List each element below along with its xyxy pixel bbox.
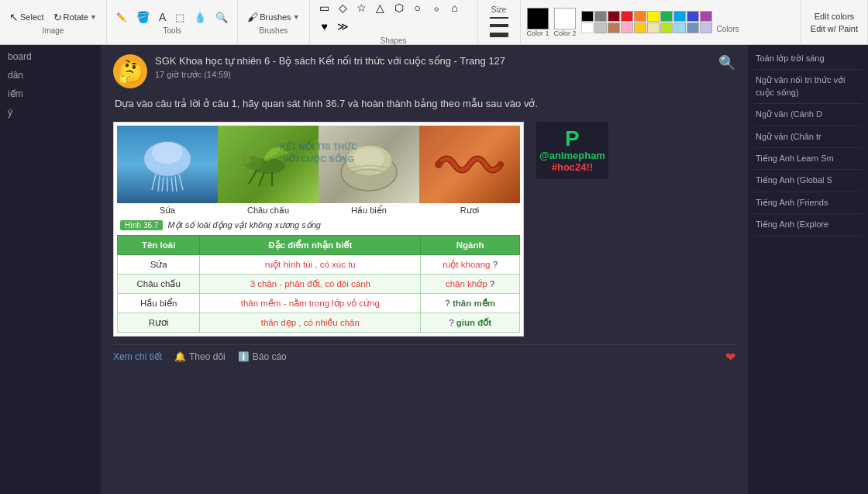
brushes-caret: ▼ — [293, 13, 300, 21]
shape-star[interactable]: ☆ — [353, 0, 370, 16]
swatch-cream[interactable] — [647, 22, 660, 33]
fill-button[interactable]: 🪣 — [133, 9, 153, 25]
swatch-lightgray[interactable] — [594, 22, 607, 33]
promo-handle: @animepham — [539, 150, 605, 161]
grasshopper-image — [218, 126, 319, 203]
swatch-black[interactable] — [581, 11, 594, 22]
sidebar-right-item-3[interactable]: Ngữ văn (Chân tr — [754, 126, 862, 148]
promo-p: P — [539, 128, 605, 150]
swatch-orange[interactable] — [634, 11, 646, 22]
sidebar-item-kiem[interactable]: iếm — [0, 85, 101, 102]
swatch-steelblue[interactable] — [687, 22, 699, 33]
color1-swatch[interactable] — [527, 8, 549, 29]
sidebar-right-item-1[interactable]: Ngữ văn nối tri thức với cuộc sống) — [754, 70, 862, 104]
edit-paint-button[interactable]: Edit w/ Paint — [808, 22, 861, 35]
post-image-area: KẾT NỐI TRI THỨC VỚI CUỘC SỐNG — [113, 122, 735, 337]
shape-heart[interactable]: ♥ — [316, 18, 333, 35]
svg-line-13 — [259, 172, 264, 186]
animal-grasshopper: Châu chấu — [218, 126, 319, 216]
worm-image — [419, 126, 520, 203]
row2-feature: 3 chân - phân đốt, có đôi cánh — [200, 274, 421, 293]
report-label: Báo cáo — [253, 351, 287, 362]
rotate-button[interactable]: ↻ Rotate ▼ — [50, 10, 100, 25]
row4-name: Rươi — [118, 313, 200, 332]
sidebar-right-item-5[interactable]: Tiếng Anh (Global S — [754, 170, 862, 192]
toolbar-tools-section: ✏️ 🪣 A ⬚ 💧 🔍 Tools — [107, 0, 238, 44]
text-icon: A — [159, 11, 166, 23]
svg-line-4 — [162, 177, 164, 192]
shape-rect[interactable]: ▭ — [316, 0, 333, 16]
shape-house[interactable]: ⌂ — [446, 0, 463, 16]
swatch-brown[interactable] — [608, 22, 620, 33]
see-more-link[interactable]: Xem chi tiết — [113, 351, 162, 362]
animal-worm: Rươi — [419, 126, 520, 216]
sidebar-item-dan[interactable]: dân — [0, 67, 101, 84]
svg-point-19 — [498, 161, 504, 168]
info-icon: ℹ️ — [238, 351, 250, 362]
svg-line-2 — [152, 174, 156, 190]
swatch-lightblue[interactable] — [673, 11, 686, 22]
heart-icon[interactable]: ❤ — [725, 350, 735, 364]
shape-circle[interactable]: ○ — [409, 0, 426, 16]
size-options — [490, 16, 508, 39]
swatch-darkred[interactable] — [608, 11, 620, 22]
brushes-button[interactable]: 🖌 Brushes ▼ — [244, 9, 302, 25]
select-button[interactable]: ↖ Select — [6, 9, 47, 25]
figure-box: KẾT NỐI TRI THỨC VỚI CUỘC SỐNG — [113, 122, 524, 337]
report-action[interactable]: ℹ️ Báo cáo — [238, 351, 287, 362]
size-thin[interactable] — [490, 17, 508, 19]
brushes-section-label: Brushes — [260, 26, 288, 35]
swatch-pink[interactable] — [621, 22, 633, 33]
shape-diamond[interactable]: ◇ — [335, 0, 352, 16]
search-button[interactable]: 🔍 — [718, 54, 735, 71]
swatch-skyblue[interactable] — [673, 22, 686, 33]
table-row: Châu chấu 3 chân - phân đốt, có đôi cánh… — [118, 274, 520, 293]
shape-rhombus[interactable]: ⬦ — [428, 0, 445, 16]
sidebar-right-item-0[interactable]: Toán lớp trời sáng — [754, 48, 862, 70]
swatch-white[interactable] — [581, 22, 594, 33]
swatch-red[interactable] — [621, 11, 633, 22]
eyedropper-button[interactable]: 💧 — [191, 10, 209, 25]
sidebar-item-board[interactable]: board — [0, 48, 101, 65]
row3-feature: thân mềm - nằm trong lớp vỏ cứng — [200, 293, 421, 313]
row1-nghanh-text: ruột khoang — [443, 260, 490, 269]
swatch-purple[interactable] — [700, 11, 712, 22]
sidebar-right-item-6[interactable]: Tiếng Anh (Friends — [754, 192, 862, 214]
sidebar-right-item-4[interactable]: Tiếng Anh Learn Sm — [754, 148, 862, 170]
swatch-green[interactable] — [660, 11, 673, 22]
swatch-yellow[interactable] — [647, 11, 660, 22]
center-content: 🤔 SGK Khoa học tự nhiên 6 - Bộ sách Kết … — [101, 45, 748, 494]
swatch-lime[interactable] — [660, 22, 673, 33]
magnify-button[interactable]: 🔍 — [212, 10, 231, 25]
sidebar-item-y[interactable]: ý — [0, 104, 101, 121]
eraser-button[interactable]: ⬚ — [172, 10, 188, 25]
oyster-svg — [330, 133, 408, 195]
sidebar-right-item-7[interactable]: Tiếng Anh (Explore — [754, 214, 862, 236]
color2-swatch[interactable] — [554, 8, 576, 29]
swatch-gold[interactable] — [634, 22, 646, 33]
jellyfish-svg — [136, 137, 198, 192]
worm-svg — [431, 133, 508, 195]
size-thick[interactable] — [490, 33, 508, 37]
table-row: Hầu biển thân mềm - nằm trong lớp vỏ cứn… — [118, 293, 520, 313]
text-button[interactable]: A — [156, 9, 169, 25]
animal-oyster: Hầu biển — [319, 126, 419, 216]
svg-line-3 — [158, 176, 160, 192]
size-medium[interactable] — [490, 24, 508, 27]
figure-caption-badge: Hình 36.7 — [120, 220, 163, 230]
left-sidebar: board dân iếm ý — [0, 45, 101, 494]
shape-triangle[interactable]: △ — [372, 0, 389, 16]
swatch-gray[interactable] — [594, 11, 607, 22]
shape-pentagon[interactable]: ⬡ — [391, 0, 408, 16]
row2-question: ? — [490, 279, 494, 288]
sidebar-right-item-2[interactable]: Ngữ văn (Cánh D — [754, 104, 862, 126]
edit-colors-button[interactable]: Edit colors — [811, 10, 857, 22]
pencil-button[interactable]: ✏️ — [113, 11, 130, 24]
eyedropper-icon: 💧 — [194, 12, 206, 23]
swatch-lavender[interactable] — [700, 22, 712, 33]
swatch-blue[interactable] — [687, 11, 699, 22]
shape-arrow[interactable]: ≫ — [335, 18, 352, 35]
promo-tag: #hoc24!! — [539, 161, 605, 173]
color1-pair: Color 1 — [527, 8, 549, 37]
follow-action[interactable]: 🔔 Theo dõi — [174, 351, 226, 362]
